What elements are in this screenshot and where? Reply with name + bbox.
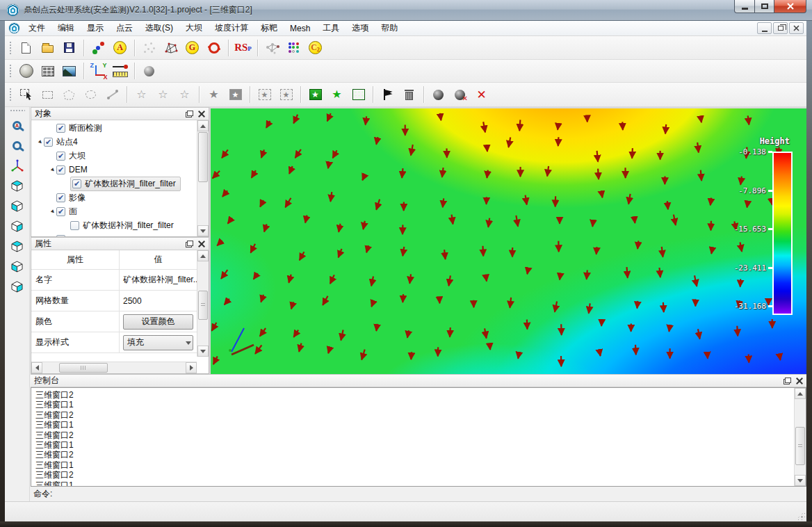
menu-item[interactable]: 坡度计算 xyxy=(209,21,254,36)
axes-origin-button[interactable] xyxy=(7,156,28,175)
color-table-button[interactable] xyxy=(283,38,304,58)
properties-panel-titlebar[interactable]: 属性 xyxy=(31,237,209,250)
properties-hscrollbar[interactable] xyxy=(31,362,197,373)
view-cube-button-2[interactable] xyxy=(7,196,28,216)
float-panel-icon[interactable] xyxy=(186,111,193,117)
close-button[interactable] xyxy=(774,0,806,13)
viewport-3d[interactable]: Height -0.138-7.896-15.653-23.411-31.168 xyxy=(211,107,806,374)
mdi-minimize-button[interactable] xyxy=(757,22,772,34)
toolbar-grip[interactable] xyxy=(9,63,13,79)
scroll-thumb[interactable] xyxy=(198,132,208,182)
scroll-up-button[interactable] xyxy=(197,120,209,131)
zoom-button[interactable] xyxy=(7,136,28,155)
pick-select-button[interactable] xyxy=(15,85,37,104)
toolbar-grip[interactable] xyxy=(9,87,13,102)
apply-selection-button[interactable]: ★ xyxy=(304,85,326,104)
scroll-down-button[interactable] xyxy=(795,475,806,486)
scroll-thumb[interactable] xyxy=(198,291,208,320)
scroll-thumb[interactable] xyxy=(59,363,108,373)
tree-checkbox[interactable]: ✔ xyxy=(44,138,53,147)
tree-checkbox[interactable]: ✔ xyxy=(56,152,65,161)
confirm-selection-button[interactable]: ★ xyxy=(326,85,348,104)
registration-button[interactable] xyxy=(261,38,283,58)
tree-row[interactable]: ▼✔站点4 xyxy=(31,135,197,149)
command-line[interactable]: 命令: xyxy=(31,487,806,501)
close-panel-icon[interactable] xyxy=(795,377,803,384)
title-bar[interactable]: 鼎创点云处理系统(安全监测)V2.1.0[32]-1.project - [三维… xyxy=(0,0,812,21)
scroll-up-button[interactable] xyxy=(197,250,209,261)
delete-selection-button[interactable] xyxy=(398,85,420,104)
measure-button[interactable] xyxy=(109,61,131,81)
toolbar-grip[interactable] xyxy=(10,109,25,113)
axes-display-button[interactable]: Z Y X xyxy=(88,61,109,81)
annotation-a-button[interactable]: A xyxy=(109,38,131,58)
save-project-button[interactable] xyxy=(58,38,80,58)
float-panel-icon[interactable] xyxy=(783,378,791,384)
tree-checkbox[interactable]: ✔ xyxy=(56,124,65,133)
mesh-wireframe-button[interactable] xyxy=(160,38,181,58)
view-cube-button-6[interactable] xyxy=(7,277,28,296)
scroll-down-button[interactable] xyxy=(197,346,209,357)
toolbar-grip[interactable] xyxy=(9,40,13,56)
resize-grip[interactable] xyxy=(796,511,805,520)
view-cube-button-5[interactable] xyxy=(7,257,28,276)
c2-tool-button[interactable]: C2 xyxy=(304,38,326,58)
menu-item[interactable]: 工具 xyxy=(316,21,346,36)
close-panel-icon[interactable] xyxy=(197,240,205,248)
maximize-button[interactable] xyxy=(755,0,774,13)
menu-item[interactable]: 文件 xyxy=(22,21,51,36)
circle-target-button[interactable] xyxy=(203,38,225,58)
scroll-up-button[interactable] xyxy=(795,388,806,399)
lasso-select-button[interactable] xyxy=(80,85,102,104)
keep-selection-button[interactable]: ★ xyxy=(203,85,225,104)
tree-row[interactable]: ▼✔DEM xyxy=(31,163,197,177)
tree-row[interactable]: ✔大坝 xyxy=(31,149,197,163)
tree-row[interactable]: ✔矿体数据补洞_filter_filter xyxy=(31,177,197,190)
select-invert-button[interactable]: ☆ xyxy=(174,85,195,104)
menu-item[interactable]: 标靶 xyxy=(254,21,284,36)
view-cube-button-3[interactable] xyxy=(7,216,28,236)
sphere-fit-button[interactable] xyxy=(428,85,449,104)
tree-checkbox[interactable]: ✔ xyxy=(56,207,65,216)
rect-select-button[interactable] xyxy=(37,85,58,104)
menu-item[interactable]: Mesh xyxy=(284,22,316,35)
tree-row[interactable]: ▼✔面 xyxy=(31,204,197,218)
tree-vscrollbar[interactable] xyxy=(197,120,209,236)
image-view-button[interactable] xyxy=(58,61,80,81)
cancel-button[interactable]: ✕ xyxy=(471,85,492,104)
selection-points-button[interactable] xyxy=(348,85,369,104)
resection-button[interactable]: RSP xyxy=(232,38,254,58)
grid-view-button[interactable] xyxy=(37,61,58,81)
tree-checkbox[interactable]: ✔ xyxy=(56,193,65,202)
tree-row[interactable]: 矿体数据补洞_filter_filter xyxy=(31,218,197,232)
g-tool-button[interactable]: G xyxy=(181,38,203,58)
open-project-button[interactable] xyxy=(37,38,58,58)
console-log[interactable]: 三维窗口2三维窗口1三维窗口2三维窗口1三维窗口2三维窗口1三维窗口2三维窗口1… xyxy=(31,387,806,487)
close-panel-icon[interactable] xyxy=(197,110,205,117)
view-cube-button-1[interactable] xyxy=(7,176,28,195)
console-vscrollbar[interactable] xyxy=(794,388,806,486)
menu-item[interactable]: 选项 xyxy=(346,21,375,36)
console-panel-titlebar[interactable]: 控制台 xyxy=(31,374,806,387)
objects-panel-titlebar[interactable]: 对象 xyxy=(31,107,209,120)
float-panel-icon[interactable] xyxy=(186,241,193,248)
sparse-points-button[interactable] xyxy=(138,38,160,58)
menu-item[interactable]: 点云 xyxy=(110,21,139,36)
tree-row[interactable]: ✔ xyxy=(31,232,197,236)
tree-row[interactable]: ✔断面检测 xyxy=(31,121,197,135)
properties-vscrollbar[interactable] xyxy=(197,250,209,357)
new-project-button[interactable] xyxy=(15,38,37,58)
object-tree[interactable]: ✔断面检测▼✔站点4✔大坝▼✔DEM✔矿体数据补洞_filter_filter✔… xyxy=(31,121,197,236)
tree-checkbox[interactable]: ✔ xyxy=(56,165,65,175)
zoom-all-button[interactable]: A xyxy=(7,115,28,135)
mdi-restore-button[interactable] xyxy=(773,22,788,34)
menu-item[interactable]: 帮助 xyxy=(375,21,404,36)
line-select-button[interactable] xyxy=(102,85,123,104)
select-outside-button[interactable]: ☆ xyxy=(152,85,174,104)
scroll-thumb[interactable] xyxy=(795,427,805,465)
flag-marker-button[interactable] xyxy=(377,85,398,104)
tree-checkbox[interactable]: ✔ xyxy=(72,179,81,188)
menu-item[interactable]: 显示 xyxy=(81,21,110,36)
minimize-button[interactable] xyxy=(734,0,755,13)
set-color-button[interactable]: 设置颜色 xyxy=(123,314,193,330)
